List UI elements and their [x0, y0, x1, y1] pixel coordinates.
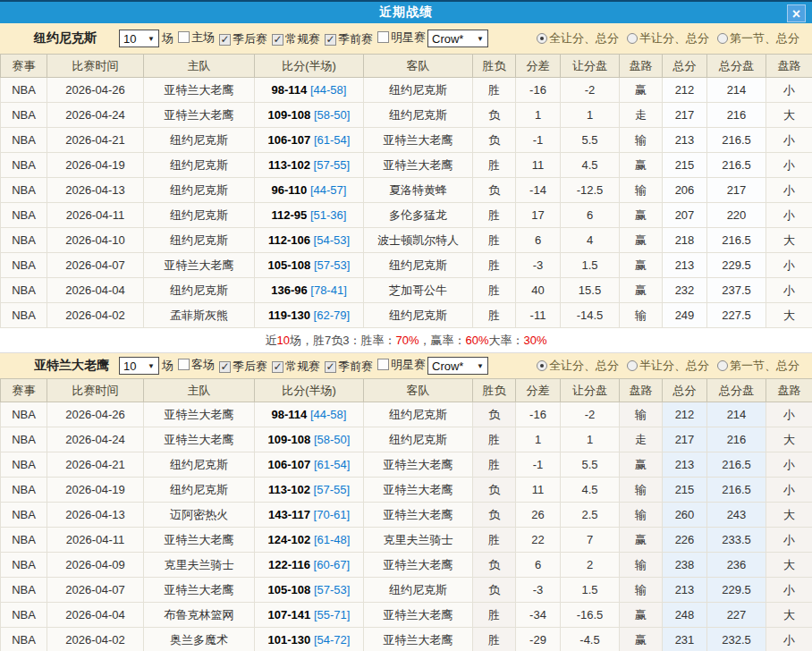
handicap-line: 15.5	[561, 278, 620, 303]
filter-checkbox[interactable]: ✓	[272, 361, 283, 373]
section-hawks: 亚特兰大老鹰 10 ▼ 场 客场✓季后赛✓常规赛✓季前赛明星赛 Crow* ▼ …	[0, 353, 812, 651]
point-diff: 26	[516, 503, 561, 528]
filter-checkbox-group: 主场✓季后赛✓常规赛✓季前赛明星赛	[173, 30, 426, 48]
half-score: [70-61]	[310, 508, 350, 521]
full-score: 113-102	[268, 483, 310, 496]
game-row: NBA2026-04-04纽约尼克斯136-96 [78-41]芝加哥公牛胜40…	[1, 278, 812, 303]
home-team: 亚特兰大老鹰	[144, 528, 255, 553]
home-team: 纽约尼克斯	[144, 478, 255, 503]
total-points: 248	[663, 603, 707, 628]
away-team: 亚特兰大老鹰	[364, 478, 473, 503]
filter-checkbox-item: ✓季前赛	[325, 31, 373, 47]
radio-button[interactable]	[627, 33, 638, 44]
filter-checkbox[interactable]	[178, 31, 190, 43]
total-line: 237.5	[707, 278, 766, 303]
match-date: 2026-04-04	[47, 603, 144, 628]
filter-checkbox[interactable]	[377, 359, 389, 370]
handicap-result: 输	[620, 303, 663, 328]
total-points: 215	[663, 153, 707, 178]
radio-button[interactable]	[537, 360, 547, 371]
filter-checkbox[interactable]: ✓	[219, 361, 231, 373]
home-team: 亚特兰大老鹰	[144, 578, 255, 603]
total-line: 216.5	[707, 478, 766, 503]
close-button[interactable]: ×	[787, 4, 806, 22]
results-table: 赛事比赛时间主队比分(半场)客队胜负分差让分盘盘路总分总分盘盘路 NBA2026…	[0, 54, 812, 328]
away-team: 纽约尼克斯	[364, 78, 473, 103]
half-score: [61-54]	[310, 133, 350, 147]
handicap-line: -14.5	[561, 303, 620, 328]
games-count-select[interactable]: 10 ▼	[119, 30, 159, 47]
half-score: [55-71]	[310, 608, 350, 621]
win-loss: 负	[473, 503, 516, 528]
column-header: 盘路	[620, 55, 663, 78]
radio-button[interactable]	[537, 33, 547, 44]
over-under: 大	[766, 228, 812, 253]
full-score: 98-114	[272, 408, 308, 421]
point-diff: -14	[516, 178, 561, 203]
odds-type-radio-item: 全让分、总分	[537, 358, 619, 374]
dialog-titlebar: 近期战绩 ×	[0, 0, 812, 23]
home-team: 纽约尼克斯	[144, 178, 255, 203]
full-score: 106-107	[268, 133, 311, 147]
radio-button[interactable]	[627, 360, 638, 371]
bookmaker-select[interactable]: Crow* ▼	[427, 357, 488, 375]
column-header: 盘路	[766, 55, 812, 78]
half-score: [54-72]	[310, 633, 350, 647]
filter-checkbox[interactable]	[178, 359, 190, 370]
total-points: 206	[663, 178, 707, 203]
over-under: 小	[766, 578, 812, 603]
handicap-line: 4.5	[561, 153, 620, 178]
win-loss: 胜	[473, 452, 516, 478]
total-line: 220	[707, 203, 766, 228]
chevron-down-icon: ▼	[477, 362, 484, 370]
handicap-result: 赢	[620, 228, 663, 253]
column-header: 总分	[663, 55, 707, 78]
win-loss: 负	[473, 478, 516, 503]
filter-checkbox[interactable]: ✓	[272, 34, 283, 46]
over-under: 小	[766, 528, 812, 553]
filter-bar: 纽约尼克斯 10 ▼ 场 主场✓季后赛✓常规赛✓季前赛明星赛 Crow* ▼ 全…	[0, 23, 812, 54]
filter-checkbox[interactable]: ✓	[325, 361, 336, 373]
match-league: NBA	[1, 528, 47, 553]
game-row: NBA2026-04-21纽约尼克斯106-107 [61-54]亚特兰大老鹰负…	[1, 128, 812, 153]
win-loss: 胜	[473, 303, 516, 328]
filter-checkbox[interactable]: ✓	[219, 34, 231, 46]
filter-checkbox[interactable]: ✓	[325, 34, 336, 46]
home-team: 奥兰多魔术	[144, 628, 255, 651]
handicap-line: 1.5	[561, 253, 620, 278]
away-team: 亚特兰大老鹰	[364, 452, 473, 478]
match-score: 98-114 [44-58]	[255, 78, 364, 103]
away-team: 纽约尼克斯	[364, 303, 473, 328]
game-row: NBA2026-04-09克里夫兰骑士122-116 [60-67]亚特兰大老鹰…	[1, 553, 812, 578]
match-league: NBA	[1, 178, 47, 203]
radio-button[interactable]	[717, 360, 728, 371]
section-knicks: 纽约尼克斯 10 ▼ 场 主场✓季后赛✓常规赛✓季前赛明星赛 Crow* ▼ 全…	[0, 23, 812, 353]
games-count-suffix: 场	[162, 30, 173, 46]
total-points: 212	[663, 78, 707, 103]
win-loss: 胜	[473, 427, 516, 452]
over-under: 小	[766, 178, 812, 203]
total-points: 249	[663, 303, 707, 328]
total-line: 216.5	[707, 153, 766, 178]
point-diff: 22	[516, 528, 561, 553]
odds-type-radio-group: 全让分、总分半让分、总分第一节、总分	[529, 358, 799, 374]
total-line: 232.5	[707, 628, 766, 651]
column-header: 主队	[144, 379, 255, 402]
filter-checkbox-group: 客场✓季后赛✓常规赛✓季前赛明星赛	[173, 357, 426, 376]
match-date: 2026-04-07	[47, 253, 144, 278]
games-count-select[interactable]: 10 ▼	[119, 357, 159, 375]
radio-button[interactable]	[717, 33, 728, 44]
game-row: NBA2026-04-13迈阿密热火143-117 [70-61]亚特兰大老鹰负…	[1, 503, 812, 528]
match-score: 106-107 [61-54]	[255, 452, 364, 478]
match-date: 2026-04-10	[47, 228, 144, 253]
over-under: 小	[766, 78, 812, 103]
match-score: 113-102 [57-55]	[255, 478, 364, 503]
filter-checkbox[interactable]	[377, 31, 389, 43]
win-loss: 胜	[473, 228, 516, 253]
full-score: 107-141	[268, 608, 311, 621]
point-diff: -1	[516, 128, 561, 153]
full-score: 122-116	[268, 558, 310, 571]
results-table: 赛事比赛时间主队比分(半场)客队胜负分差让分盘盘路总分总分盘盘路 NBA2026…	[0, 378, 812, 651]
odds-type-radio-item: 第一节、总分	[717, 30, 799, 46]
bookmaker-select[interactable]: Crow* ▼	[427, 30, 488, 47]
